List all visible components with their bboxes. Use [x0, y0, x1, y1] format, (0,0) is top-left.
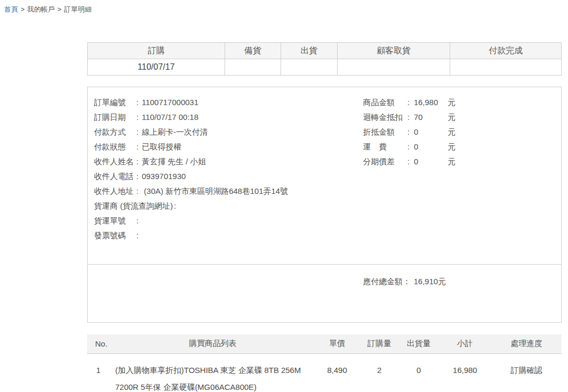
total-label: 應付總金額	[363, 277, 403, 286]
summary-row-installment-difference: 分期價差:0元	[363, 154, 556, 169]
order-detail-page: 訂購 備貨 出貨 顧客取貨 付款完成 110/07/17 訂單編號:110071…	[87, 42, 562, 392]
info-colon: :	[136, 98, 138, 107]
item-subtotal: 16,980	[439, 353, 491, 392]
summary-label: 運 費	[363, 139, 407, 154]
summary-colon: :	[407, 98, 409, 107]
info-colon: :	[136, 172, 138, 181]
info-colon: :	[136, 231, 138, 240]
status-header-paid: 付款完成	[450, 43, 562, 59]
total-value: 16,910元	[414, 277, 446, 286]
items-header-qty-ordered: 訂購量	[360, 334, 399, 353]
breadcrumb-item-current: 訂單明細	[64, 5, 91, 13]
breadcrumb-separator: >	[58, 5, 62, 13]
summary-unit: 元	[448, 98, 455, 107]
summary-value: 0	[414, 139, 448, 154]
order-info-row-invoice-number: 發票號碼:	[94, 228, 363, 243]
info-label: 付款方式	[94, 125, 135, 139]
summary-unit: 元	[448, 142, 455, 151]
order-info-row-recipient-phone: 收件人電話:0939701930	[94, 169, 363, 184]
status-header-row: 訂購 備貨 出貨 顧客取貨 付款完成	[88, 43, 562, 59]
info-value: 110/07/17 00:18	[142, 113, 198, 122]
breadcrumb-link-home[interactable]: 首頁	[4, 5, 18, 13]
status-header-preparing: 備貨	[225, 43, 281, 59]
info-value: 已取得授權	[142, 142, 181, 151]
summary-row-item-amount: 商品金額:16,980元	[363, 95, 556, 110]
summary-unit: 元	[448, 113, 455, 122]
order-info-column: 訂單編號:1100717000031 訂購日期:110/07/17 00:18 …	[94, 95, 363, 243]
item-row: 1 (加入購物車享折扣)TOSHIBA 東芝 企業碟 8TB 256M 7200…	[87, 353, 562, 392]
summary-colon: :	[407, 142, 409, 151]
info-colon: :	[174, 201, 176, 210]
total-amount-row: 應付總金額：16,910元	[88, 264, 561, 322]
item-qty-shipped: 0	[399, 353, 439, 392]
items-header-row: No. 購買商品列表 單價 訂購量 出貨量 小計 處理進度	[87, 334, 562, 353]
items-header-no: No.	[87, 334, 111, 353]
summary-row-rebate-deduction: 迴轉金抵扣:70元	[363, 110, 556, 125]
status-value-ordered: 110/07/17	[88, 59, 225, 76]
info-value: (30A) 新竹市東區明湖路648巷101弄14號	[142, 186, 288, 195]
summary-value: 70	[414, 110, 448, 125]
info-colon: :	[136, 157, 138, 166]
order-status-table: 訂購 備貨 出貨 顧客取貨 付款完成 110/07/17	[87, 42, 562, 76]
status-header-shipped: 出貨	[281, 43, 337, 59]
summary-label: 分期價差	[363, 154, 407, 169]
breadcrumb: 首頁>我的帳戶>訂單明細	[0, 0, 568, 15]
summary-row-discount-amount: 折抵金額:0元	[363, 125, 556, 139]
items-table: No. 購買商品列表 單價 訂購量 出貨量 小計 處理進度 1 (加入購物車享折…	[87, 334, 562, 392]
item-no: 1	[87, 353, 111, 392]
order-info-row-recipient-address: 收件人地址: (30A) 新竹市東區明湖路648巷101弄14號	[94, 184, 363, 199]
status-value-pickup	[337, 59, 450, 76]
summary-value: 16,980	[414, 95, 448, 110]
order-info-row-recipient-name: 收件人姓名:黃玄揮 先生 / 小姐	[94, 154, 363, 169]
total-colon: ：	[403, 277, 411, 286]
summary-colon: :	[407, 127, 409, 136]
info-colon: :	[136, 186, 138, 195]
items-header-status: 處理進度	[491, 334, 562, 353]
status-value-preparing	[225, 59, 281, 76]
item-status: 訂購確認	[491, 353, 562, 392]
info-label: 貨運單號	[94, 213, 135, 228]
info-label: 訂購日期	[94, 110, 135, 125]
item-unit-price: 8,490	[314, 353, 360, 392]
summary-colon: :	[407, 113, 409, 122]
summary-value: 0	[414, 154, 448, 169]
status-value-shipped	[281, 59, 337, 76]
order-info-row-order-number: 訂單編號:1100717000031	[94, 95, 363, 110]
summary-label: 折抵金額	[363, 125, 407, 139]
order-info-row-order-date: 訂購日期:110/07/17 00:18	[94, 110, 363, 125]
summary-unit: 元	[448, 157, 455, 166]
items-header-product-list: 購買商品列表	[111, 334, 314, 353]
items-header-subtotal: 小計	[439, 334, 491, 353]
item-qty-ordered: 2	[360, 353, 399, 392]
info-label: 訂單編號	[94, 95, 135, 110]
info-colon: :	[136, 127, 138, 136]
items-header-qty-shipped: 出貨量	[399, 334, 439, 353]
breadcrumb-separator: >	[21, 5, 25, 13]
info-colon: :	[136, 142, 138, 151]
info-label: 收件人姓名	[94, 154, 135, 169]
summary-value: 0	[414, 125, 448, 139]
summary-row-shipping-fee: 運 費:0元	[363, 139, 556, 154]
status-header-ordered: 訂購	[88, 43, 225, 59]
info-label: 發票號碼	[94, 228, 135, 243]
status-value-paid	[450, 59, 562, 76]
status-header-pickup: 顧客取貨	[337, 43, 450, 59]
summary-label: 商品金額	[363, 95, 407, 110]
summary-unit: 元	[448, 127, 455, 136]
info-colon: :	[136, 216, 138, 225]
order-detail-box: 訂單編號:1100717000031 訂購日期:110/07/17 00:18 …	[87, 87, 562, 323]
breadcrumb-item-account[interactable]: 我的帳戶	[27, 5, 55, 13]
info-value: 0939701930	[142, 172, 185, 181]
item-name: (加入購物車享折扣)TOSHIBA 東芝 企業碟 8TB 256M 7200R …	[111, 353, 314, 392]
order-info-row-payment-status: 付款狀態:已取得授權	[94, 139, 363, 154]
payment-summary-column: 商品金額:16,980元 迴轉金抵扣:70元 折抵金額:0元 運 費:0元 分期…	[363, 95, 556, 243]
info-label: 收件人地址	[94, 184, 135, 199]
info-value: 線上刷卡-一次付清	[142, 127, 208, 136]
summary-label: 迴轉金抵扣	[363, 110, 407, 125]
info-value: 黃玄揮 先生 / 小姐	[142, 157, 206, 166]
info-label: 貨運商 (貨流查詢網址)	[94, 199, 173, 213]
order-info-row-tracking-number: 貨運單號:	[94, 213, 363, 228]
info-colon: :	[136, 113, 138, 122]
items-header-unit-price: 單價	[314, 334, 360, 353]
status-value-row: 110/07/17	[88, 59, 562, 76]
